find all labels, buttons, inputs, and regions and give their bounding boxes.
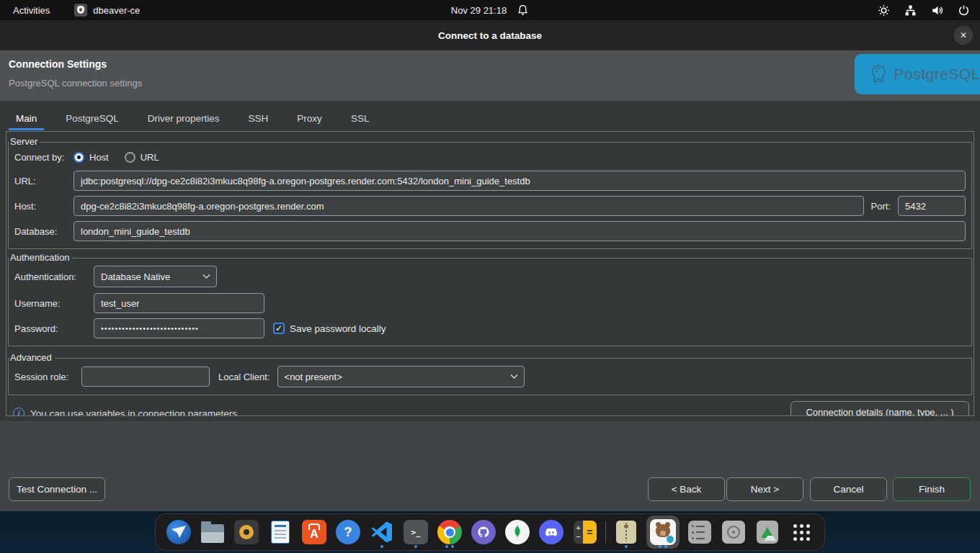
dock-item-rhythmbox[interactable] [233,516,260,549]
database-input[interactable] [74,221,966,241]
session-role-input[interactable] [81,367,210,387]
dialog-titlebar[interactable]: Connect to a database ✕ [0,20,980,50]
terminal-icon: >_ [404,520,428,544]
postgresql-logo-text: PostgreSQL [894,66,980,83]
connect-by-host-radio[interactable] [74,152,84,163]
save-password-checkbox[interactable]: ✓ [273,323,285,334]
brightness-icon[interactable] [878,4,890,17]
activities-button[interactable]: Activities [13,5,50,16]
session-role-label: Session role: [14,372,81,382]
dialog-header: Connection Settings PostgreSQL connectio… [0,50,980,101]
url-input[interactable] [74,171,966,191]
dock-item-github-desktop[interactable] [470,516,497,549]
password-input[interactable] [94,318,264,338]
cancel-button[interactable]: Cancel [810,477,887,501]
tab-proxy[interactable]: Proxy [290,109,329,130]
page-title: Connection Settings [9,58,107,70]
dock-item-files[interactable] [199,516,226,549]
show-applications-icon [793,524,810,541]
authentication-group: Authentication Authentication: Database … [8,258,972,346]
dock-item-settings-list[interactable] [686,516,713,549]
database-label: Database: [14,226,74,237]
gnome-top-bar: Activities dbeaver-ce Nov 29 21:18 [0,0,980,20]
focused-app-name: dbeaver-ce [93,5,140,16]
files-icon [201,524,224,543]
dock-item-dbeaver[interactable] [646,516,680,549]
variables-hint-text: You can use variables in connection para… [30,408,237,417]
focused-app-menu[interactable]: dbeaver-ce [74,4,140,17]
dock-item-terminal[interactable]: >_ [402,516,429,549]
dock-item-archive-manager[interactable] [612,516,640,549]
running-indicator [436,545,463,548]
dock-item-ubuntu-software[interactable]: A [300,516,328,549]
connect-by-url-radio-label[interactable]: URL [141,152,159,163]
variables-hint: i You can use variables in connection pa… [13,408,237,416]
connect-by-url-radio[interactable] [125,152,135,163]
tab-postgresql[interactable]: PostgreSQL [58,109,126,130]
back-button[interactable]: < Back [648,477,725,501]
volume-icon[interactable] [931,4,943,17]
local-client-select-value: <not present> [285,372,342,382]
finish-button[interactable]: Finish [893,477,971,501]
authentication-group-legend: Authentication [9,252,72,263]
username-input[interactable] [94,293,264,313]
host-label: Host: [14,201,74,212]
next-button[interactable]: Next > [726,477,803,501]
password-label: Password: [14,323,94,334]
close-icon[interactable]: ✕ [954,26,973,45]
desktop-screen: Activities dbeaver-ce Nov 29 21:18 [0,0,980,553]
save-password-label[interactable]: Save password locally [290,323,386,334]
dbeaver-icon [650,519,676,545]
dock-item-libreoffice-writer[interactable] [267,516,294,549]
dock-item-trash[interactable] [754,516,781,549]
dock-item-disks[interactable] [720,516,747,549]
notification-bell-icon[interactable] [517,4,529,17]
trash-icon [757,521,778,544]
dock-item-mongodb-compass[interactable] [504,516,531,549]
tab-ssh[interactable]: SSH [241,109,276,130]
clock[interactable]: Nov 29 21:18 [451,5,507,16]
host-input[interactable] [74,196,864,216]
url-label: URL: [14,176,74,186]
chrome-icon [437,520,462,544]
dock-item-discord[interactable] [538,516,565,549]
github-desktop-icon [471,520,496,544]
connect-by-host-radio-label[interactable]: Host [89,152,109,163]
archive-manager-icon [616,521,636,544]
connect-by-label: Connect by: [14,152,74,163]
tab-driver-properties[interactable]: Driver properties [141,109,227,130]
network-wired-icon[interactable] [904,4,917,17]
authentication-label: Authentication: [14,271,94,282]
mongodb-compass-icon [505,520,530,544]
postgresql-logo: PostgreSQL [855,54,980,94]
connection-details-button[interactable]: Connection details (name, type, ... ) [790,401,969,416]
tab-ssl[interactable]: SSL [344,109,377,130]
username-label: Username: [14,298,94,309]
authentication-select[interactable]: Database Native [94,266,217,287]
dock-item-chrome[interactable] [436,516,463,549]
tab-main[interactable]: Main [9,109,44,130]
discord-icon [539,520,564,544]
running-indicator [646,545,680,548]
port-label: Port: [871,201,891,212]
test-connection-button[interactable]: Test Connection ... [9,477,105,501]
running-indicator [402,545,429,548]
authentication-select-value: Database Native [101,271,170,282]
dock-item-calculator[interactable]: +− = [571,516,599,549]
dock-item-vscode[interactable] [368,516,396,549]
local-client-select[interactable]: <not present> [277,366,525,387]
libreoffice-writer-icon [271,521,290,544]
running-indicator [368,545,396,548]
running-indicator [612,545,640,548]
dock-item-thunderbird[interactable] [165,516,192,549]
dock-item-show-applications[interactable] [788,516,815,549]
power-icon[interactable] [958,4,970,17]
dialog-button-bar: Test Connection ... < Back Next > Cancel… [0,421,980,511]
main-tab-content: Server Connect by: Host URL URL: Host: P… [6,131,974,416]
dock-item-help[interactable]: ? [334,516,362,549]
dock-area: A ? >_ [0,511,980,553]
calculator-icon: +− = [574,521,597,544]
port-input[interactable] [898,196,966,216]
dock: A ? >_ [155,513,825,551]
disks-icon [722,521,745,544]
